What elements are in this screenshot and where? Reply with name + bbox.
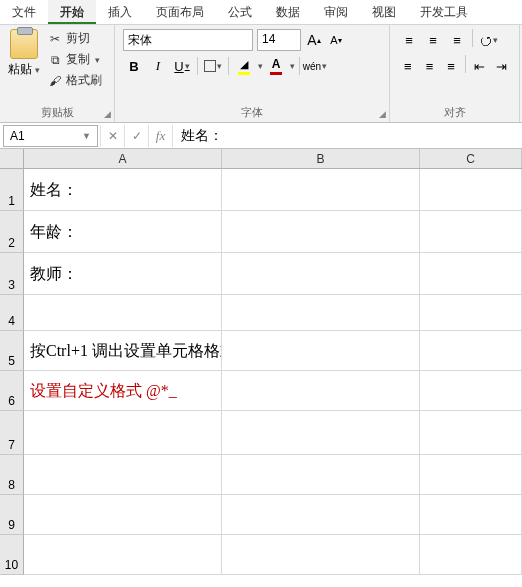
menu-bar: 文件开始插入页面布局公式数据审阅视图开发工具	[0, 0, 522, 25]
cell[interactable]	[222, 211, 420, 253]
paste-label: 粘贴	[8, 61, 32, 78]
cell[interactable]	[222, 411, 420, 455]
column-header[interactable]: C	[420, 149, 522, 168]
cell[interactable]: 设置自定义格式 @*_	[24, 371, 222, 411]
row-header[interactable]: 9	[0, 495, 24, 535]
menu-item[interactable]: 开发工具	[408, 0, 480, 24]
cell[interactable]	[420, 253, 522, 295]
cell[interactable]	[24, 535, 222, 575]
chevron-down-icon: ▾	[322, 61, 327, 71]
menu-item[interactable]: 插入	[96, 0, 144, 24]
cell[interactable]	[222, 535, 420, 575]
cell[interactable]: 按Ctrl+1 调出设置单元格格式对话框	[24, 331, 222, 371]
font-size-combo[interactable]: 14	[257, 29, 301, 51]
table-row: 1姓名：	[0, 169, 522, 211]
font-color-swatch	[270, 72, 282, 75]
menu-item[interactable]: 公式	[216, 0, 264, 24]
font-name-combo[interactable]: 宋体	[123, 29, 253, 51]
menu-item[interactable]: 数据	[264, 0, 312, 24]
cell[interactable]	[420, 211, 522, 253]
increase-font-button[interactable]: A▴	[305, 30, 323, 50]
table-row: 4	[0, 295, 522, 331]
font-size-value: 14	[262, 32, 275, 46]
cell[interactable]	[222, 455, 420, 495]
align-center-button[interactable]: ≡	[420, 55, 440, 77]
cell[interactable]	[420, 295, 522, 331]
name-box-value: A1	[10, 129, 25, 143]
menu-item[interactable]: 文件	[0, 0, 48, 24]
copy-button[interactable]: ⧉ 复制▾	[46, 50, 104, 69]
cell[interactable]	[420, 495, 522, 535]
formula-input[interactable]: 姓名：	[172, 125, 522, 147]
cell[interactable]	[420, 371, 522, 411]
font-name-value: 宋体	[128, 33, 152, 47]
fx-button[interactable]: fx	[148, 125, 172, 147]
cell[interactable]: 教师：	[24, 253, 222, 295]
cell[interactable]	[24, 495, 222, 535]
cell[interactable]	[24, 411, 222, 455]
font-color-button[interactable]: A	[265, 55, 287, 77]
paste-button[interactable]: 粘贴▾	[8, 29, 40, 90]
row-header[interactable]: 4	[0, 295, 24, 331]
cut-button[interactable]: ✂ 剪切	[46, 29, 104, 48]
phonetic-button[interactable]: wén▾	[304, 55, 326, 77]
cell[interactable]	[222, 495, 420, 535]
column-header[interactable]: A	[24, 149, 222, 168]
cell[interactable]	[222, 253, 420, 295]
menu-item[interactable]: 开始	[48, 0, 96, 24]
format-painter-button[interactable]: 🖌 格式刷	[46, 71, 104, 90]
column-header[interactable]: B	[222, 149, 420, 168]
row-header[interactable]: 10	[0, 535, 24, 575]
cell[interactable]: 年龄：	[24, 211, 222, 253]
decrease-indent-button[interactable]: ⇤	[470, 55, 490, 77]
row-header[interactable]: 6	[0, 371, 24, 411]
cell[interactable]	[222, 169, 420, 211]
cell[interactable]	[222, 371, 420, 411]
align-left-button[interactable]: ≡	[398, 55, 418, 77]
row-header[interactable]: 2	[0, 211, 24, 253]
border-icon	[204, 60, 216, 72]
align-bottom-button[interactable]: ≡	[446, 29, 468, 51]
cell[interactable]	[24, 455, 222, 495]
fill-color-button[interactable]: ◢	[233, 55, 255, 77]
menu-item[interactable]: 页面布局	[144, 0, 216, 24]
cell[interactable]	[420, 331, 522, 371]
group-title-align: 对齐	[390, 105, 519, 120]
cell[interactable]	[222, 295, 420, 331]
align-right-button[interactable]: ≡	[441, 55, 461, 77]
row-header[interactable]: 7	[0, 411, 24, 455]
underline-button[interactable]: U▾	[171, 55, 193, 77]
chevron-down-icon: ▾	[35, 65, 40, 75]
row-header[interactable]: 1	[0, 169, 24, 211]
select-all-corner[interactable]	[0, 149, 24, 169]
border-button[interactable]: ▾	[202, 55, 224, 77]
cell[interactable]	[420, 455, 522, 495]
cell[interactable]	[24, 295, 222, 331]
row-header[interactable]: 3	[0, 253, 24, 295]
separator	[465, 55, 466, 73]
chevron-down-icon[interactable]: ▾	[290, 61, 295, 71]
cell[interactable]	[420, 169, 522, 211]
cell[interactable]	[420, 535, 522, 575]
dialog-launcher-icon[interactable]: ◢	[104, 109, 111, 119]
menu-item[interactable]: 视图	[360, 0, 408, 24]
increase-indent-button[interactable]: ⇥	[491, 55, 511, 77]
align-middle-button[interactable]: ≡	[422, 29, 444, 51]
row-header[interactable]: 5	[0, 331, 24, 371]
align-top-button[interactable]: ≡	[398, 29, 420, 51]
menu-item[interactable]: 审阅	[312, 0, 360, 24]
dialog-launcher-icon[interactable]: ◢	[379, 109, 386, 119]
group-title-font: 字体	[115, 105, 389, 120]
name-box[interactable]: A1 ▼	[3, 125, 98, 147]
cell[interactable]	[420, 411, 522, 455]
row-header[interactable]: 8	[0, 455, 24, 495]
cancel-formula-button[interactable]: ✕	[100, 125, 124, 147]
italic-button[interactable]: I	[147, 55, 169, 77]
confirm-formula-button[interactable]: ✓	[124, 125, 148, 147]
orientation-button[interactable]: ⭯▾	[477, 29, 499, 51]
chevron-down-icon[interactable]: ▾	[258, 61, 263, 71]
decrease-font-button[interactable]: A▾	[327, 30, 345, 50]
bold-button[interactable]: B	[123, 55, 145, 77]
cell[interactable]: 姓名：	[24, 169, 222, 211]
cell[interactable]	[222, 331, 420, 371]
